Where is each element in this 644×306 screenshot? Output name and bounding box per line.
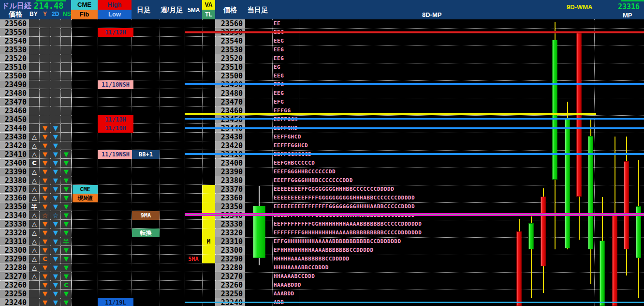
grid-column-line [272,19,273,306]
price-cell-2: 23530 [215,46,245,54]
support-resistance-line [185,83,644,85]
up-triangle-mark: △ [29,255,40,263]
signal-cell [61,19,72,28]
half-mark: 半 [29,202,40,211]
grid-column-line [594,19,595,306]
grid-row-line [72,89,215,89]
market-profile-row: EEFGHBCCCCCD [274,159,315,168]
wma9-label: 9D-WMA [567,3,592,11]
clipped-text-sliver [621,0,644,1]
ma5-column-header[interactable]: 5MA [188,7,200,14]
price-cell: 23280 [0,263,29,272]
col-header-y: Y [43,11,47,17]
down-arrow-mark: ▼ [50,237,61,246]
signal-cell [29,124,40,133]
level-label: CME [73,185,98,194]
up-triangle-mark: △ [29,263,40,272]
price-cell: 23240 [0,298,29,306]
down-arrow-mark: ▼ [50,185,61,194]
level-label: 5MA [185,255,202,263]
price-cell: 23480 [0,89,29,98]
up-triangle-mark: △ [29,211,40,220]
market-profile-row: EEEFFGGGGHHBBCCCCCCCDDD [274,176,353,185]
signal-cell [61,54,72,63]
low-level-line [185,302,644,303]
up-triangle-mark: △ [29,150,40,159]
market-profile-row: EFHHHHHHHHHAAAABBBBBBBCCDDDDD [274,246,374,255]
grid-column-line [72,19,72,306]
price-cell: 23520 [0,54,29,63]
market-profile-row: EEEEEEEEEFFFFFFFGGGGGGGGHHHHAABBCCCCCDDD… [274,202,415,211]
signal-cell [61,98,72,107]
grid-row-line [72,54,215,54]
down-arrow-mark: ▼ [40,220,50,229]
up-triangle-mark: △ [29,246,40,255]
weekly-monthly-column-header[interactable]: 週/月足 [161,6,183,15]
price-cell-2: 23300 [215,246,245,255]
market-profile-row: HHAAAABCCDDD [274,272,315,281]
down-arrow-mark: ▼ [40,185,50,194]
down-arrow-mark: ▼ [50,176,61,185]
grid-row-line [245,28,644,29]
level-label: 11/19L [98,298,133,306]
grid-row-line [72,289,215,290]
va-toggle[interactable]: VA [202,0,215,10]
down-arrow-mark: ▼ [50,150,61,159]
price2-column-header: 価格 [223,6,237,15]
signal-cell [40,63,50,72]
grid-row-line [72,280,215,281]
price-cell-2: 23370 [215,185,245,194]
down-arrow-mark: ▼ [50,255,61,263]
market-profile-row: EFFFFFFFGHHHHHHHHHAAAABBBBBBBBBBCCCCDDDD… [274,229,422,237]
signal-cell [50,37,61,46]
down-arrow-mark: ▼ [61,168,72,176]
down-arrow-mark: ▼ [50,141,61,150]
down-arrow-mark: ▼ [61,176,72,185]
grid-row-line [72,141,215,141]
signal-cell [29,290,40,298]
down-arrow-mark: ▼ [50,272,61,281]
signal-cell [29,72,40,80]
price-cell: 23270 [0,272,29,281]
down-arrow-mark: ▼ [61,185,72,194]
down-arrow-mark: ▼ [50,124,61,133]
down-arrow-mark: ▼ [61,194,72,202]
col-header-ns: NS [63,11,71,17]
mp8-section-header: 8D-MP [422,11,441,18]
signal-cell [29,19,40,28]
signal-cell [29,298,40,306]
market-profile-row: EEFFFFFFFFFGGHHHHHHHHAAAABBBBBBBCCCCCDDD… [274,220,422,229]
market-profile-row: HHHHAAAABBCCDDDD [274,263,329,272]
price-cell: 23330 [0,220,29,229]
level-label: 9MA [132,211,160,220]
down-arrow-mark: ▼ [50,133,61,141]
signal-cell [61,28,72,37]
price-cell-2: 23250 [215,290,245,298]
price-cell: 23340 [0,211,29,220]
grid-row-line [72,97,215,98]
price-cell-2: 23350 [215,202,245,211]
low-toggle[interactable]: Low [98,10,132,19]
grid-row-line [72,80,215,80]
up-triangle-mark: △ [29,229,40,237]
daily-column-header[interactable]: 日足 [137,6,150,15]
price-cell: 23310 [0,237,29,246]
bearish-candle-body [541,197,546,266]
bearish-candle-body [612,215,617,306]
cme-toggle[interactable]: CME [71,0,98,10]
signal-cell [40,89,50,98]
level-label: 転換 [132,229,160,237]
signal-cell [40,54,50,63]
signal-cell [50,72,61,80]
down-arrow-mark: ▼ [40,237,50,246]
signal-cell [29,98,40,107]
down-arrow-mark: ▼ [50,290,61,298]
high-toggle[interactable]: High [98,0,132,10]
bullish-candle-body [600,241,605,306]
up-triangle-mark: △ [29,194,40,202]
fib-toggle[interactable]: Fib [71,10,98,19]
down-arrow-mark: ▼ [40,159,50,168]
tl-toggle[interactable]: TL [202,10,215,19]
level-label: BB+1 [132,150,160,159]
grid-column-line [132,19,132,306]
